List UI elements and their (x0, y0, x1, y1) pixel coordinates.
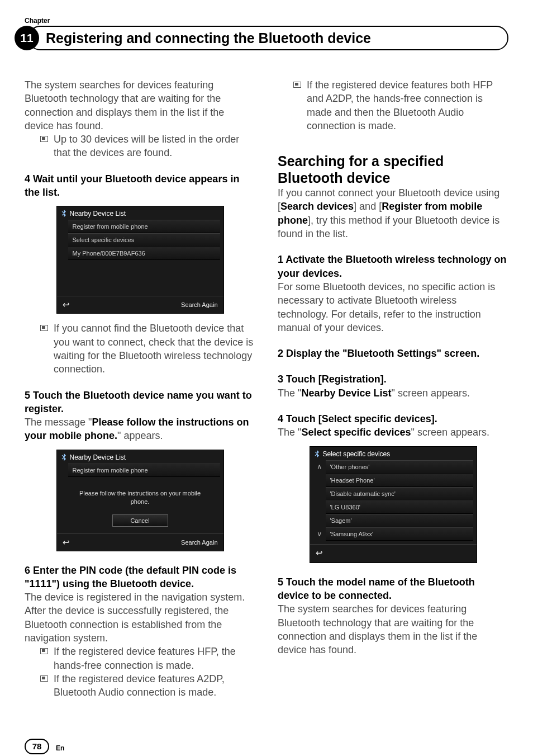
screenshot-title: Select specific devices (323, 450, 391, 458)
list-item: Register from mobile phone (68, 220, 220, 233)
right-step-3-after: The "Nearby Device List" screen appears. (278, 386, 508, 400)
back-icon: ↩ (63, 537, 70, 547)
list-item: 'LG U8360' (326, 500, 473, 514)
text: " screen appears. (392, 388, 470, 399)
text: ] and [ (354, 201, 382, 212)
search-again-button: Search Again (181, 301, 217, 308)
back-icon: ↩ (63, 300, 70, 310)
chapter-label: Chapter (25, 17, 508, 25)
step-6-after-1: The device is registered in the navigati… (25, 590, 255, 604)
step-4: 4 Wait until your Bluetooth device appea… (25, 172, 255, 200)
step-6-bullet-2: If the registered device features A2DP, … (54, 672, 255, 700)
chapter-number-badge: 11 (15, 26, 39, 50)
bluetooth-icon (61, 453, 66, 461)
page-number: 78 (25, 739, 49, 754)
right-step-4: 4 Touch [Select specific devices]. (278, 412, 508, 426)
text: " appears. (117, 430, 163, 441)
text-bold: Select specific devices (301, 427, 411, 438)
left-column: The system searches for devices featurin… (25, 78, 255, 700)
right-top-bullet: If the registered device features both H… (307, 78, 508, 133)
section-intro: If you cannot connect your Bluetooth dev… (278, 186, 508, 240)
screenshot-title: Nearby Device List (70, 210, 126, 218)
intro-bullet: Up to 30 devices will be listed in the o… (54, 133, 255, 160)
scroll-down-icon: ∨ (313, 527, 326, 541)
intro-paragraph: The system searches for devices featurin… (25, 78, 255, 133)
chapter-title: Registering and connecting the Bluetooth… (46, 30, 371, 46)
bullet-icon (293, 82, 301, 88)
step-6-after-2: After the device is successfully registe… (25, 604, 255, 645)
right-step-4-after: The "Select specific devices" screen app… (278, 426, 508, 439)
list-item: 'Disable automatic sync' (326, 487, 473, 500)
chapter-title-pill: Registering and connecting the Bluetooth… (28, 26, 508, 50)
right-step-3: 3 Touch [Registration]. (278, 372, 508, 386)
back-icon: ↩ (316, 548, 323, 557)
scroll-up-icon: ∧ (313, 460, 326, 474)
bullet-icon (40, 675, 48, 682)
right-step-2: 2 Display the "Bluetooth Settings" scree… (278, 347, 508, 360)
list-item: Select specific devices (68, 233, 220, 247)
text-bold: Nearby Device List (301, 388, 391, 399)
shot1-bullet: If you cannot find the Bluetooth device … (54, 322, 255, 376)
screenshot-nearby-device-list-1: Nearby Device List Register from mobile … (56, 206, 224, 314)
text-bold: Search devices (280, 201, 354, 212)
text: The message " (25, 417, 92, 428)
list-item: Register from mobile phone (68, 464, 220, 477)
text: The " (278, 388, 301, 399)
list-item: 'Other phones' (326, 460, 473, 474)
step-5-message: The message "Please follow the instructi… (25, 415, 255, 443)
instruction-message: Please follow the instructions on your m… (57, 479, 223, 512)
bullet-icon (40, 136, 48, 142)
list-item: 'Headset Phone' (326, 474, 473, 487)
right-step-1-after: For some Bluetooth devices, no specific … (278, 280, 508, 334)
step-6: 6 Enter the PIN code (the default PIN co… (25, 564, 255, 591)
bullet-icon (40, 648, 48, 654)
list-item: 'Samsung A9xx' (326, 527, 473, 541)
bullet-icon (40, 325, 48, 331)
page-footer: 78 En (25, 739, 508, 754)
chapter-header: 11 Registering and connecting the Blueto… (25, 26, 508, 50)
right-step-5: 5 Touch the model name of the Bluetooth … (278, 575, 508, 603)
step-5: 5 Touch the Bluetooth device name you wa… (25, 389, 255, 416)
bluetooth-icon (61, 210, 66, 218)
text: ], try this method if your Bluetooth dev… (278, 215, 499, 239)
right-column: If the registered device features both H… (278, 78, 508, 700)
screenshot-title: Nearby Device List (70, 453, 126, 461)
right-step-1: 1 Activate the Bluetooth wireless techno… (278, 253, 508, 280)
screenshot-select-specific-devices: Select specific devices ∧'Other phones' … (310, 446, 477, 563)
bluetooth-icon (315, 450, 320, 458)
text: " screen appears. (411, 427, 489, 438)
screenshot-nearby-device-list-2: Nearby Device List Register from mobile … (56, 450, 224, 551)
list-item: My Phone/000E7B9AF636 (68, 247, 220, 260)
section-title: Searching for a specified Bluetooth devi… (278, 153, 508, 186)
page-language: En (56, 744, 64, 752)
text: The " (278, 427, 301, 438)
step-6-bullet-1: If the registered device features HFP, t… (54, 645, 255, 672)
right-step-5-after: The system searches for devices featurin… (278, 602, 508, 656)
cancel-button: Cancel (112, 514, 168, 527)
search-again-button: Search Again (181, 539, 217, 546)
list-item: 'Sagem' (326, 514, 473, 527)
